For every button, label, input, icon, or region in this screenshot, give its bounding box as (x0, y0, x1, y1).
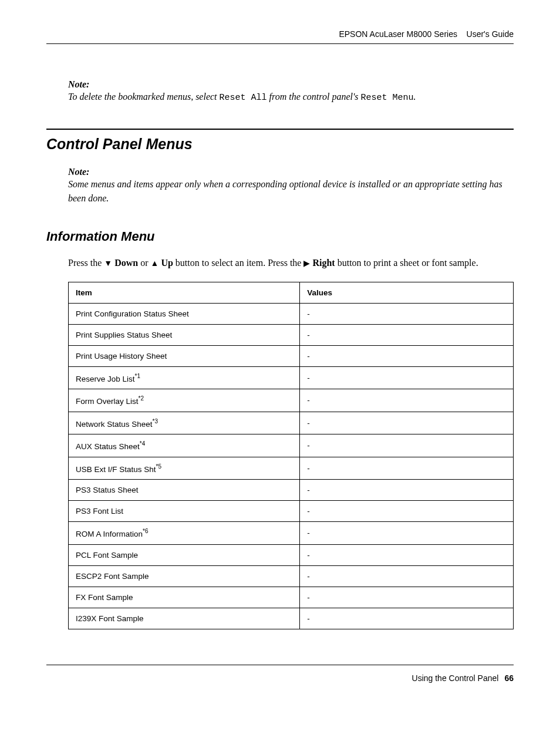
table-item-cell: Print Usage History Sheet (69, 345, 300, 366)
page-footer: Using the Control Panel66 (46, 665, 514, 683)
note-block-1: Note: To delete the bookmarked menus, se… (68, 79, 514, 105)
table-row: ROM A Information*6- (69, 522, 514, 545)
down-label: Down (114, 258, 138, 268)
table-value-cell: - (300, 587, 514, 608)
table-row: Network Status Sheet*3- (69, 412, 514, 434)
table-item-cell: Form Overlay List*2 (69, 389, 300, 412)
table-item-cell: PS3 Status Sheet (69, 480, 300, 501)
mono-reset-all: Reset All (220, 93, 267, 103)
header-rule (46, 43, 514, 44)
table-value-cell: - (300, 457, 514, 480)
table-value-cell: - (300, 522, 514, 545)
table-value-cell: - (300, 324, 514, 345)
table-value-cell: - (300, 366, 514, 389)
note-block-2: Note: Some menus and items appear only w… (68, 167, 514, 205)
heading-information-menu: Information Menu (46, 229, 514, 244)
table-row: AUX Status Sheet*4- (69, 434, 514, 457)
table-item-cell: Print Supplies Status Sheet (69, 324, 300, 345)
table-row: Print Supplies Status Sheet- (69, 324, 514, 345)
down-triangle-icon: ▼ (104, 259, 112, 268)
page-number: 66 (504, 673, 514, 683)
table-row: PCL Font Sample- (69, 544, 514, 565)
table-value-cell: - (300, 434, 514, 457)
table-item-cell: I239X Font Sample (69, 608, 300, 629)
table-value-cell: - (300, 501, 514, 522)
table-item-cell: USB Ext I/F Status Sht*5 (69, 457, 300, 480)
note-text: Some menus and items appear only when a … (68, 177, 514, 205)
table-value-cell: - (300, 544, 514, 565)
footer-text: Using the Control Panel (412, 673, 499, 683)
table-value-cell: - (300, 412, 514, 434)
heading-control-panel-menus: Control Panel Menus (46, 136, 514, 153)
table-row: Print Configuration Status Sheet- (69, 303, 514, 324)
note-label: Note: (68, 79, 514, 90)
right-label: Right (312, 258, 335, 268)
table-row: I239X Font Sample- (69, 608, 514, 629)
table-item-cell: ROM A Information*6 (69, 522, 300, 545)
page-header: EPSON AcuLaser M8000 Series User's Guide (46, 29, 514, 39)
table-value-cell: - (300, 303, 514, 324)
table-header-values: Values (300, 282, 514, 303)
table-item-cell: FX Font Sample (69, 587, 300, 608)
table-row: ESCP2 Font Sample- (69, 565, 514, 587)
table-value-cell: - (300, 608, 514, 629)
mono-reset-menu: Reset Menu (361, 93, 414, 103)
table-row: PS3 Status Sheet- (69, 480, 514, 501)
table-item-cell: Print Configuration Status Sheet (69, 303, 300, 324)
up-triangle-icon: ▲ (151, 259, 159, 268)
note-label: Note: (68, 167, 514, 177)
doc-type: User's Guide (467, 29, 514, 39)
table-item-cell: AUX Status Sheet*4 (69, 434, 300, 457)
right-triangle-icon: ▶ (303, 259, 310, 268)
product-name: EPSON AcuLaser M8000 Series (339, 29, 457, 39)
table-item-cell: ESCP2 Font Sample (69, 565, 300, 587)
table-item-cell: Network Status Sheet*3 (69, 412, 300, 434)
up-label: Up (161, 258, 173, 268)
instruction-text: Press the ▼ Down or ▲ Up button to selec… (68, 256, 514, 270)
table-row: FX Font Sample- (69, 587, 514, 608)
table-row: Print Usage History Sheet- (69, 345, 514, 366)
table-item-cell: PCL Font Sample (69, 544, 300, 565)
table-item-cell: PS3 Font List (69, 501, 300, 522)
table-row: Reserve Job List*1- (69, 366, 514, 389)
table-value-cell: - (300, 480, 514, 501)
information-menu-table: Item Values Print Configuration Status S… (68, 282, 514, 629)
table-row: Form Overlay List*2- (69, 389, 514, 412)
table-value-cell: - (300, 565, 514, 587)
table-item-cell: Reserve Job List*1 (69, 366, 300, 389)
table-row: PS3 Font List- (69, 501, 514, 522)
section-rule (46, 129, 514, 130)
table-row: USB Ext I/F Status Sht*5- (69, 457, 514, 480)
table-value-cell: - (300, 345, 514, 366)
table-value-cell: - (300, 389, 514, 412)
table-header-item: Item (69, 282, 300, 303)
note-text: To delete the bookmarked menus, select R… (68, 90, 514, 105)
